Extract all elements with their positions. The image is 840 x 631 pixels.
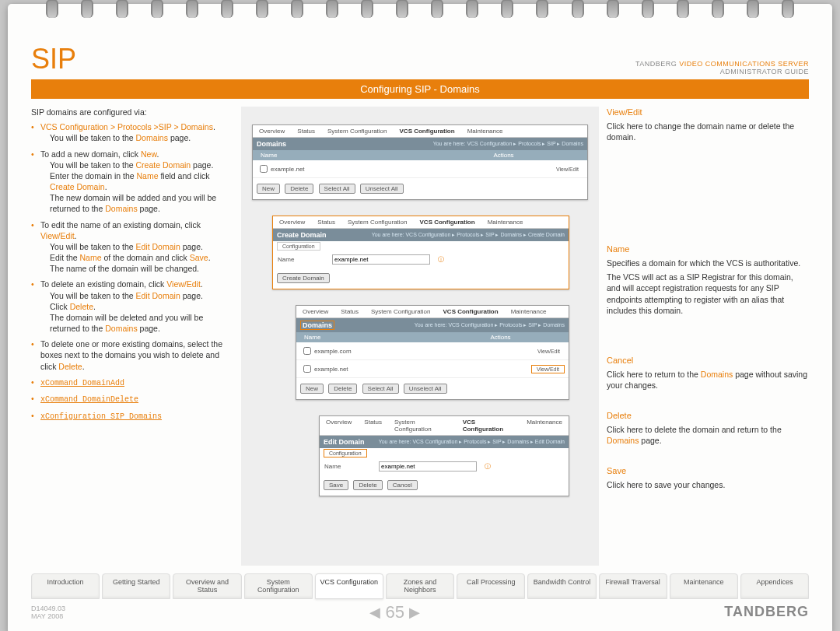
callouts-column: View/Edit Click here to change the domai… xyxy=(607,107,809,566)
doc-id: D14049.03 MAY 2008 xyxy=(31,605,65,620)
callout-delete-heading: Delete xyxy=(607,410,809,422)
screenshot-domains-list-1: Overview Status System Configuration VCS… xyxy=(252,124,588,200)
callout-cancel-heading: Cancel xyxy=(607,355,809,366)
brand-logo: TANDBERG xyxy=(724,604,809,620)
nav-path-link[interactable]: VCS Configuration > Protocols >SIP > Dom… xyxy=(40,122,213,131)
instructions-column: SIP domains are configured via: VCS Conf… xyxy=(31,107,233,566)
name-field[interactable] xyxy=(332,254,430,265)
doc-header: TANDBERG VIDEO COMMUNICATIONS SERVER ADM… xyxy=(635,60,809,75)
page-number: ◀ 65 ▶ xyxy=(369,602,419,622)
screenshot-create-domain: Overview Status System Configuration VCS… xyxy=(272,216,569,289)
view-edit-link[interactable]: View/Edit xyxy=(531,365,565,373)
page-title: SIP xyxy=(31,43,76,75)
save-button[interactable]: Save xyxy=(324,480,348,490)
tab-zones-neighbors[interactable]: Zones and Neighbors xyxy=(386,573,454,599)
delete-button[interactable]: Delete xyxy=(353,480,382,490)
cmd-link-sip-domains[interactable]: xConfiguration SIP Domains xyxy=(40,412,162,421)
cmd-link-domain-delete[interactable]: xCommand DomainDelete xyxy=(40,395,138,404)
screenshot-column: Overview Status System Configuration VCS… xyxy=(241,107,599,566)
nav-tabs: Introduction Getting Started Overview an… xyxy=(31,573,809,599)
callout-save-heading: Save xyxy=(607,465,809,477)
next-page-icon[interactable]: ▶ xyxy=(409,604,420,621)
tab-call-processing[interactable]: Call Processing xyxy=(457,573,525,599)
callout-view-edit-heading: View/Edit xyxy=(607,107,809,118)
tab-introduction[interactable]: Introduction xyxy=(31,573,100,599)
cmd-link-domain-add[interactable]: xCommand DomainAdd xyxy=(40,379,124,387)
screenshot-domains-list-2: Overview Status System Configuration VCS… xyxy=(296,305,569,400)
tab-system-config[interactable]: System Configuration xyxy=(244,573,313,599)
prev-page-icon[interactable]: ◀ xyxy=(369,604,380,621)
edit-name-field[interactable] xyxy=(379,461,477,471)
cancel-button[interactable]: Cancel xyxy=(387,480,418,490)
tab-appendices[interactable]: Appendices xyxy=(740,573,809,599)
tab-overview-status[interactable]: Overview and Status xyxy=(173,573,241,599)
tab-firewall[interactable]: Firewall Traversal xyxy=(599,573,667,599)
section-title-bar: Configuring SIP - Domains xyxy=(31,79,809,99)
spiral-binding xyxy=(8,4,832,27)
screenshot-edit-domain: Overview Status System Configuration VCS… xyxy=(319,415,569,496)
create-domain-button[interactable]: Create Domain xyxy=(277,273,330,283)
tab-maintenance[interactable]: Maintenance xyxy=(670,573,738,599)
tab-getting-started[interactable]: Getting Started xyxy=(102,573,170,599)
tab-vcs-config[interactable]: VCS Configuration xyxy=(315,573,383,599)
new-button[interactable]: New xyxy=(257,184,280,194)
tab-bandwidth[interactable]: Bandwidth Control xyxy=(527,573,596,599)
callout-name-heading: Name xyxy=(607,244,809,255)
